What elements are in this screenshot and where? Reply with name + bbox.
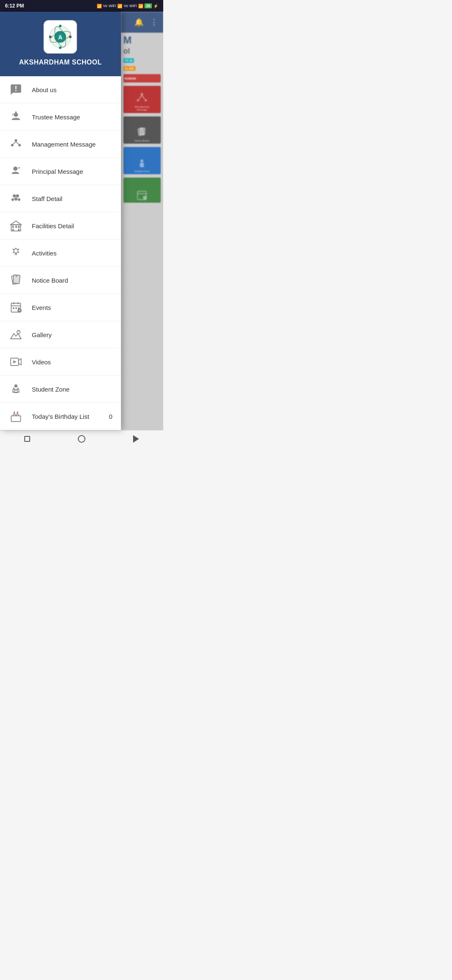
navigation-bar [0, 430, 163, 447]
svg-point-19 [14, 198, 18, 201]
svg-point-21 [18, 198, 20, 201]
birthday-badge: 0 [109, 413, 112, 420]
svg-rect-68 [140, 128, 145, 135]
svg-text:A: A [58, 34, 62, 41]
svg-line-14 [13, 142, 16, 144]
menu-label-trustee: Trustee Message [32, 113, 113, 121]
svg-rect-57 [11, 416, 21, 422]
svg-line-15 [16, 142, 18, 144]
svg-marker-53 [18, 359, 21, 365]
menu-item-management[interactable]: Management Message [0, 131, 121, 158]
notice-board-tile-peek: Notice Board [123, 116, 161, 144]
status-icons: 📶 Vo WiFi 📶 Vo WiFi 📶 28 ⚡ [97, 3, 158, 8]
menu-item-trustee[interactable]: Trustee Message [0, 103, 121, 131]
svg-line-30 [18, 249, 19, 250]
menu-label-student-zone: Student Zone [32, 386, 113, 393]
back-nav-button[interactable] [130, 433, 142, 445]
square-nav-button[interactable] [21, 433, 33, 445]
svg-point-10 [15, 111, 17, 113]
principal-icon [8, 164, 23, 179]
svg-line-35 [16, 253, 17, 255]
svg-point-11 [15, 139, 17, 142]
svg-rect-24 [15, 226, 17, 228]
svg-marker-49 [11, 334, 21, 339]
menu-label-events: Events [32, 304, 113, 311]
notice-board-icon [8, 273, 23, 288]
svg-point-51 [18, 330, 19, 332]
menu-item-birthday[interactable]: Today's Birthday List 0 [0, 403, 121, 430]
navigation-drawer: A AKSHARDHAM SCHOOL Ab [0, 12, 121, 430]
svg-point-5 [49, 36, 51, 38]
badges-peek: TO 12 [123, 58, 161, 63]
home-nav-button[interactable] [76, 433, 87, 445]
menu-label-management: Management Message [32, 141, 113, 148]
menu-item-videos[interactable]: Videos [0, 348, 121, 376]
svg-point-38 [15, 275, 17, 277]
svg-rect-44 [15, 307, 17, 309]
trustee-icon [8, 109, 23, 124]
menu-label-activities: Activities [32, 250, 113, 257]
app-container: A AKSHARDHAM SCHOOL Ab [0, 12, 163, 430]
menu-label-staff: Staff Detail [32, 195, 113, 202]
admission-banner-peek: ISSION [123, 74, 161, 83]
svg-rect-23 [12, 226, 14, 228]
sub-title-peek: ol [123, 47, 161, 56]
svg-rect-26 [12, 229, 14, 231]
content-peek: M ol TO 12 Sr. KG. ISSION [121, 33, 163, 205]
status-bar: 6:12 PM 📶 Vo WiFi 📶 Vo WiFi 📶 28 ⚡ [0, 0, 163, 12]
staff-icon [8, 191, 23, 206]
background-content: 🔔 ⋮ M ol TO 12 Sr. KG. ISSION [121, 12, 163, 430]
right-background-overlay: 🔔 ⋮ M ol TO 12 Sr. KG. ISSION [121, 12, 163, 430]
svg-line-31 [18, 252, 19, 253]
menu-item-notice-board[interactable]: Notice Board [0, 267, 121, 294]
svg-point-61 [17, 411, 18, 413]
videos-icon [8, 354, 23, 369]
svg-point-7 [59, 25, 62, 27]
svg-point-63 [137, 99, 139, 101]
menu-item-activities[interactable]: Activities [0, 240, 121, 267]
svg-line-65 [139, 95, 142, 99]
svg-point-59 [13, 411, 15, 413]
svg-rect-27 [18, 229, 20, 231]
svg-line-32 [13, 252, 14, 253]
management-icon [8, 137, 23, 152]
svg-point-18 [16, 194, 19, 198]
management-tile-peek: ManagementMessage [123, 86, 161, 113]
top-bar-peek: 🔔 ⋮ [121, 12, 163, 33]
svg-point-17 [13, 194, 16, 198]
birthday-icon [8, 409, 23, 424]
gallery-icon [8, 327, 23, 342]
square-nav-icon [24, 436, 30, 442]
menu-item-gallery[interactable]: Gallery [0, 321, 121, 348]
battery-indicator: 28 [144, 3, 152, 8]
menu-label-gallery: Gallery [32, 331, 113, 338]
circle-nav-icon [78, 435, 85, 443]
menu-item-events[interactable]: Events [0, 294, 121, 321]
menu-item-facilities[interactable]: Facilities Detail [0, 212, 121, 240]
menu-label-videos: Videos [32, 358, 113, 366]
menu-item-principal[interactable]: Principal Message [0, 158, 121, 185]
svg-point-64 [145, 99, 147, 101]
bell-icon: 🔔 [133, 16, 145, 28]
back-nav-icon [133, 435, 139, 443]
menu-label-facilities: Facilities Detail [32, 222, 113, 230]
svg-point-8 [59, 46, 62, 49]
menu-label-notice-board: Notice Board [32, 277, 113, 284]
svg-line-33 [13, 249, 14, 250]
time-display: 6:12 PM [5, 3, 24, 9]
menu-label-birthday: Today's Birthday List [32, 413, 100, 420]
menu-item-staff[interactable]: Staff Detail [0, 185, 121, 212]
menu-item-student-zone[interactable]: Student Zone [0, 376, 121, 403]
drawer-header: A AKSHARDHAM SCHOOL [0, 12, 121, 76]
student-zone-icon [8, 382, 23, 397]
svg-rect-70 [140, 163, 144, 168]
svg-rect-25 [18, 226, 20, 228]
svg-point-9 [14, 113, 18, 117]
svg-point-69 [141, 160, 144, 162]
info-chat-icon [8, 82, 23, 97]
to12-badge: TO 12 [123, 58, 134, 63]
svg-point-6 [69, 36, 72, 38]
main-title-peek: M [123, 35, 161, 45]
menu-item-about-us[interactable]: About us [0, 76, 121, 103]
menu-label-about-us: About us [32, 86, 113, 93]
